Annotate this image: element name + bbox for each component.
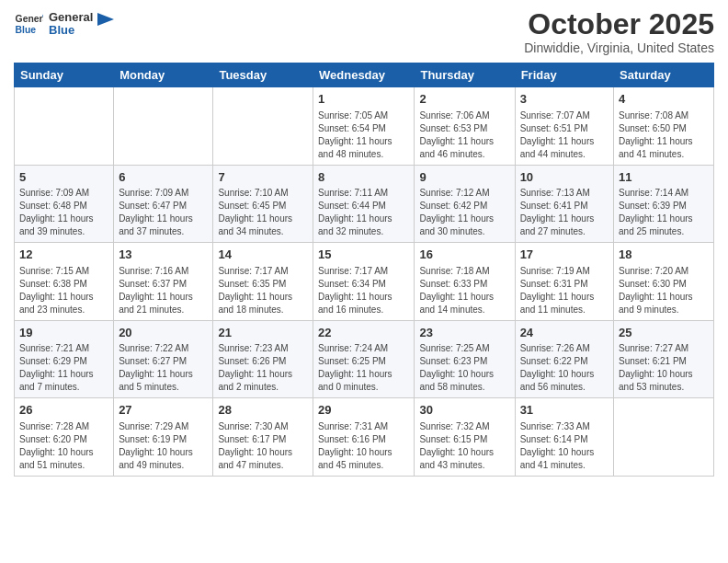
day-info: Sunrise: 7:23 AM Sunset: 6:26 PM Dayligh… xyxy=(218,342,308,394)
day-number: 13 xyxy=(119,247,208,263)
day-info: Sunrise: 7:30 AM Sunset: 6:17 PM Dayligh… xyxy=(218,420,308,472)
day-number: 6 xyxy=(119,169,208,186)
svg-text:Blue: Blue xyxy=(16,25,37,35)
calendar-cell: 25Sunrise: 7:27 AM Sunset: 6:21 PM Dayli… xyxy=(614,320,714,398)
day-number: 9 xyxy=(419,169,509,186)
calendar-table: SundayMondayTuesdayWednesdayThursdayFrid… xyxy=(14,63,714,477)
calendar-cell: 13Sunrise: 7:16 AM Sunset: 6:37 PM Dayli… xyxy=(114,243,213,321)
calendar-cell: 18Sunrise: 7:20 AM Sunset: 6:30 PM Dayli… xyxy=(614,243,714,321)
day-info: Sunrise: 7:32 AM Sunset: 6:15 PM Dayligh… xyxy=(419,420,509,472)
page: General Blue General Blue October 2025 D… xyxy=(0,0,728,563)
day-number: 24 xyxy=(520,325,609,341)
svg-marker-2 xyxy=(42,15,43,17)
day-number: 21 xyxy=(218,325,308,341)
day-number: 4 xyxy=(619,91,709,108)
day-number: 14 xyxy=(218,247,308,263)
calendar-cell: 21Sunrise: 7:23 AM Sunset: 6:26 PM Dayli… xyxy=(213,320,313,398)
location-title: Dinwiddie, Virginia, United States xyxy=(524,40,714,55)
calendar-cell: 2Sunrise: 7:06 AM Sunset: 6:53 PM Daylig… xyxy=(415,87,515,166)
calendar-cell: 31Sunrise: 7:33 AM Sunset: 6:14 PM Dayli… xyxy=(515,398,613,477)
calendar-cell: 29Sunrise: 7:31 AM Sunset: 6:16 PM Dayli… xyxy=(313,398,415,477)
weekday-header-wednesday: Wednesday xyxy=(313,63,415,87)
calendar-cell: 22Sunrise: 7:24 AM Sunset: 6:25 PM Dayli… xyxy=(313,320,415,398)
calendar-cell: 11Sunrise: 7:14 AM Sunset: 6:39 PM Dayli… xyxy=(614,165,714,243)
day-info: Sunrise: 7:20 AM Sunset: 6:30 PM Dayligh… xyxy=(619,265,709,316)
calendar-cell: 23Sunrise: 7:25 AM Sunset: 6:23 PM Dayli… xyxy=(415,320,515,398)
calendar-cell: 27Sunrise: 7:29 AM Sunset: 6:19 PM Dayli… xyxy=(114,398,213,477)
day-number: 1 xyxy=(318,91,409,108)
day-number: 20 xyxy=(119,325,208,341)
day-number: 17 xyxy=(520,247,609,263)
day-info: Sunrise: 7:33 AM Sunset: 6:14 PM Dayligh… xyxy=(520,420,609,472)
day-info: Sunrise: 7:15 AM Sunset: 6:38 PM Dayligh… xyxy=(19,265,108,316)
month-title: October 2025 xyxy=(524,9,714,39)
day-number: 25 xyxy=(619,325,709,341)
day-number: 11 xyxy=(619,169,709,186)
day-number: 26 xyxy=(19,402,108,419)
day-number: 3 xyxy=(520,91,609,108)
calendar-cell: 7Sunrise: 7:10 AM Sunset: 6:45 PM Daylig… xyxy=(213,165,313,243)
day-number: 22 xyxy=(318,325,409,341)
day-info: Sunrise: 7:12 AM Sunset: 6:42 PM Dayligh… xyxy=(419,187,509,238)
day-info: Sunrise: 7:29 AM Sunset: 6:19 PM Dayligh… xyxy=(119,420,208,472)
day-info: Sunrise: 7:19 AM Sunset: 6:31 PM Dayligh… xyxy=(520,265,609,316)
day-info: Sunrise: 7:26 AM Sunset: 6:22 PM Dayligh… xyxy=(520,342,609,394)
day-info: Sunrise: 7:28 AM Sunset: 6:20 PM Dayligh… xyxy=(19,420,108,472)
day-number: 15 xyxy=(318,247,409,263)
day-number: 7 xyxy=(218,169,308,186)
logo-general: General xyxy=(49,11,93,24)
title-block: October 2025 Dinwiddie, Virginia, United… xyxy=(524,9,714,55)
day-info: Sunrise: 7:09 AM Sunset: 6:47 PM Dayligh… xyxy=(119,187,208,238)
calendar-cell: 9Sunrise: 7:12 AM Sunset: 6:42 PM Daylig… xyxy=(415,165,515,243)
day-number: 31 xyxy=(520,402,609,419)
weekday-header-saturday: Saturday xyxy=(614,63,714,87)
day-number: 10 xyxy=(520,169,609,186)
logo: General Blue General Blue xyxy=(14,9,114,39)
calendar-cell: 3Sunrise: 7:07 AM Sunset: 6:51 PM Daylig… xyxy=(515,87,613,166)
calendar-cell: 30Sunrise: 7:32 AM Sunset: 6:15 PM Dayli… xyxy=(415,398,515,477)
day-info: Sunrise: 7:05 AM Sunset: 6:54 PM Dayligh… xyxy=(318,109,409,161)
calendar-cell xyxy=(213,87,313,166)
calendar-header-row: SundayMondayTuesdayWednesdayThursdayFrid… xyxy=(15,63,714,87)
day-info: Sunrise: 7:17 AM Sunset: 6:34 PM Dayligh… xyxy=(318,265,409,316)
day-info: Sunrise: 7:25 AM Sunset: 6:23 PM Dayligh… xyxy=(419,342,509,394)
day-info: Sunrise: 7:14 AM Sunset: 6:39 PM Dayligh… xyxy=(619,187,709,238)
calendar-week-1: 1Sunrise: 7:05 AM Sunset: 6:54 PM Daylig… xyxy=(15,87,714,166)
day-info: Sunrise: 7:13 AM Sunset: 6:41 PM Dayligh… xyxy=(520,187,609,238)
day-number: 5 xyxy=(19,169,108,186)
weekday-header-friday: Friday xyxy=(515,63,613,87)
logo-arrow-icon xyxy=(97,10,114,29)
day-info: Sunrise: 7:08 AM Sunset: 6:50 PM Dayligh… xyxy=(619,109,709,161)
day-number: 19 xyxy=(19,325,108,341)
day-info: Sunrise: 7:24 AM Sunset: 6:25 PM Dayligh… xyxy=(318,342,409,394)
logo-icon: General Blue xyxy=(14,9,43,39)
day-info: Sunrise: 7:09 AM Sunset: 6:48 PM Dayligh… xyxy=(19,187,108,238)
calendar-cell xyxy=(614,398,714,477)
weekday-header-sunday: Sunday xyxy=(15,63,114,87)
calendar-cell: 1Sunrise: 7:05 AM Sunset: 6:54 PM Daylig… xyxy=(313,87,415,166)
weekday-header-monday: Monday xyxy=(114,63,213,87)
day-info: Sunrise: 7:22 AM Sunset: 6:27 PM Dayligh… xyxy=(119,342,208,394)
day-info: Sunrise: 7:06 AM Sunset: 6:53 PM Dayligh… xyxy=(419,109,509,161)
day-number: 23 xyxy=(419,325,509,341)
weekday-header-tuesday: Tuesday xyxy=(213,63,313,87)
day-number: 16 xyxy=(419,247,509,263)
calendar-week-5: 26Sunrise: 7:28 AM Sunset: 6:20 PM Dayli… xyxy=(15,398,714,477)
calendar-cell: 6Sunrise: 7:09 AM Sunset: 6:47 PM Daylig… xyxy=(114,165,213,243)
calendar-cell: 12Sunrise: 7:15 AM Sunset: 6:38 PM Dayli… xyxy=(15,243,114,321)
calendar-cell: 4Sunrise: 7:08 AM Sunset: 6:50 PM Daylig… xyxy=(614,87,714,166)
calendar-week-4: 19Sunrise: 7:21 AM Sunset: 6:29 PM Dayli… xyxy=(15,320,714,398)
svg-marker-3 xyxy=(97,13,114,26)
day-info: Sunrise: 7:31 AM Sunset: 6:16 PM Dayligh… xyxy=(318,420,409,472)
day-number: 2 xyxy=(419,91,509,108)
header: General Blue General Blue October 2025 D… xyxy=(14,9,714,55)
calendar-week-3: 12Sunrise: 7:15 AM Sunset: 6:38 PM Dayli… xyxy=(15,243,714,321)
day-number: 27 xyxy=(119,402,208,419)
calendar-cell: 15Sunrise: 7:17 AM Sunset: 6:34 PM Dayli… xyxy=(313,243,415,321)
calendar-cell: 17Sunrise: 7:19 AM Sunset: 6:31 PM Dayli… xyxy=(515,243,613,321)
calendar-cell: 14Sunrise: 7:17 AM Sunset: 6:35 PM Dayli… xyxy=(213,243,313,321)
day-info: Sunrise: 7:11 AM Sunset: 6:44 PM Dayligh… xyxy=(318,187,409,238)
day-number: 8 xyxy=(318,169,409,186)
day-number: 29 xyxy=(318,402,409,419)
day-number: 18 xyxy=(619,247,709,263)
